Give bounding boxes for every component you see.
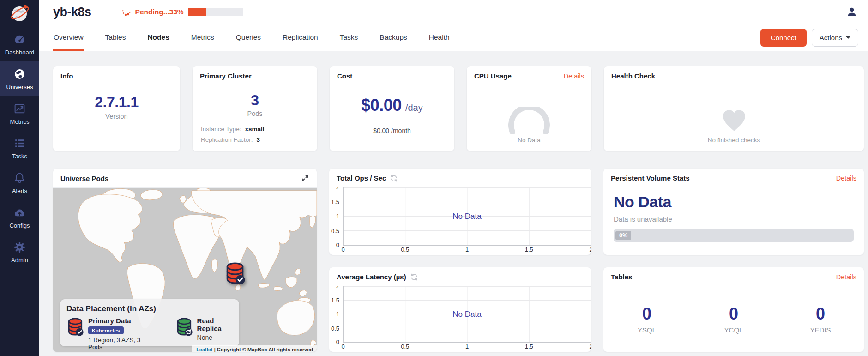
world-map[interactable]: Data Placement (In AZs)	[53, 188, 317, 352]
card-title: CPU Usage	[474, 72, 512, 80]
sidebar-item-dashboard[interactable]: Dashboard	[0, 27, 39, 61]
sidebar-item-label: Alerts	[12, 187, 27, 194]
bell-icon	[13, 172, 26, 184]
list-icon	[13, 137, 26, 150]
health-no-checks: No finished checks	[708, 137, 760, 144]
sidebar-item-label: Configs	[9, 222, 30, 229]
cpu-no-data: No Data	[518, 137, 541, 144]
gauge-arc-icon	[505, 107, 553, 134]
refresh-icon[interactable]	[410, 273, 418, 281]
read-replica-label: Read Replica	[197, 317, 233, 332]
expand-icon[interactable]	[301, 174, 309, 182]
pv-progress-bar: 0%	[614, 229, 854, 242]
database-primary-icon	[66, 317, 84, 337]
total-ops-card: Total Ops / Sec 21.510.50	[329, 169, 591, 255]
latency-no-data: No Data	[343, 286, 591, 343]
pv-unavailable-text: Data is unavailable	[614, 215, 854, 223]
overview-content: Info 2.7.1.1 Version Primary Cluster 3 P…	[39, 51, 868, 356]
tab-backups[interactable]: Backups	[379, 24, 407, 51]
sidebar-item-label: Dashboard	[5, 49, 35, 56]
cost-unit: /day	[405, 103, 423, 113]
cost-per-month: $0.00 /month	[373, 127, 411, 134]
sidebar-item-universes[interactable]: Universes	[0, 61, 39, 96]
pods-count: 3	[251, 92, 259, 109]
line-chart-icon	[13, 103, 26, 115]
ysql-count: 0 YSQL	[603, 304, 690, 334]
tab-queries[interactable]: Queries	[235, 24, 261, 51]
primary-cluster-card: Primary Cluster 3 Pods Instance Type:xsm…	[193, 66, 317, 151]
card-title: Universe Pods	[60, 175, 108, 182]
cost-card: Cost $0.00 /day $0.00 /month	[330, 66, 454, 151]
sidebar-item-label: Tasks	[12, 153, 27, 160]
tab-health[interactable]: Health	[428, 24, 450, 51]
yedis-count: 0 YEDIS	[777, 304, 864, 334]
legend-title: Data Placement (In AZs)	[66, 304, 233, 314]
tab-replication[interactable]: Replication	[282, 24, 319, 51]
cpu-details-link[interactable]: Details	[564, 72, 584, 80]
tab-metrics[interactable]: Metrics	[191, 24, 215, 51]
sidebar-item-configs[interactable]: Configs	[0, 200, 39, 235]
primary-data-summary: 1 Region, 3 AZS, 3 Pods	[88, 337, 146, 350]
ops-x-axis: 00.511.52	[343, 246, 591, 254]
latency-x-axis: 00.511.52	[343, 343, 591, 351]
sidebar-item-tasks[interactable]: Tasks	[0, 131, 39, 165]
caret-down-icon	[846, 36, 850, 39]
sidebar-item-metrics[interactable]: Metrics	[0, 96, 39, 131]
sidebar-item-label: Admin	[11, 257, 28, 264]
leaflet-link[interactable]: Leaflet	[196, 347, 212, 352]
latency-y-axis: 21.510.50	[329, 286, 341, 343]
sidebar-item-label: Universes	[6, 84, 33, 91]
status-progress-fill	[188, 8, 206, 16]
user-icon	[846, 6, 857, 18]
globe-icon	[13, 68, 26, 80]
app-logo[interactable]	[0, 0, 39, 27]
card-title: Primary Cluster	[200, 72, 252, 80]
ops-y-axis: 21.510.50	[329, 187, 341, 246]
top-bar: yb-k8s Pending...33%	[39, 0, 868, 24]
connect-button[interactable]: Connect	[760, 29, 807, 47]
app-window: Dashboard Universes Metrics	[0, 0, 868, 356]
version-label: Version	[105, 113, 127, 120]
cost-per-day: $0.00	[361, 96, 402, 115]
sidebar-item-alerts[interactable]: Alerts	[0, 165, 39, 200]
latency-chart: 21.510.50 No Data 00.511.52	[329, 286, 591, 352]
sidebar: Dashboard Universes Metrics	[0, 0, 39, 356]
pv-details-link[interactable]: Details	[836, 175, 856, 182]
pods-location-marker[interactable]	[224, 262, 246, 285]
tab-tables[interactable]: Tables	[105, 24, 127, 51]
tab-tasks[interactable]: Tasks	[339, 24, 359, 51]
data-placement-legend: Data Placement (In AZs)	[60, 299, 239, 346]
cloud-upload-icon	[13, 206, 26, 219]
tab-nodes[interactable]: Nodes	[147, 24, 169, 51]
sidebar-item-label: Metrics	[10, 118, 30, 125]
sidebar-item-admin[interactable]: Admin	[0, 235, 39, 269]
tables-details-link[interactable]: Details	[836, 273, 856, 281]
info-card: Info 2.7.1.1 Version	[53, 66, 180, 151]
primary-data-legend: Primary Data Kubernetes 1 Region, 3 AZS,…	[66, 317, 146, 350]
kubernetes-badge: Kubernetes	[88, 326, 124, 334]
universe-tabbar: Overview Tables Nodes Metrics Queries Re…	[39, 24, 868, 51]
pods-label: Pods	[247, 110, 262, 117]
replication-factor-row: Replication Factor:3	[201, 136, 317, 143]
actions-dropdown-button[interactable]: Actions	[812, 29, 858, 47]
refresh-icon[interactable]	[390, 175, 398, 182]
user-menu[interactable]	[835, 0, 868, 24]
universe-name: yb-k8s	[53, 5, 91, 19]
card-title: Tables	[611, 273, 632, 281]
universe-pods-card: Universe Pods	[53, 169, 317, 352]
tables-card: Tables Details 0 YSQL 0 YCQL	[603, 267, 864, 352]
primary-data-label: Primary Data	[88, 317, 146, 325]
ycql-count: 0 YCQL	[690, 304, 777, 334]
cpu-usage-card: CPU Usage Details No Data	[467, 66, 591, 151]
rocket-planet-logo-icon	[9, 3, 30, 24]
card-title: Cost	[337, 72, 352, 80]
version-value: 2.7.1.1	[95, 94, 138, 111]
map-attribution: Leaflet | Copyright © MapBox All rights …	[192, 345, 317, 352]
tab-overview[interactable]: Overview	[53, 24, 84, 51]
status-progress-bar	[188, 8, 243, 16]
ops-chart: 21.510.50 No Data 00.511.52	[329, 187, 591, 255]
copyright-text: Copyright © MapBox All rights reserved	[217, 347, 313, 352]
status-text: Pending...33%	[135, 8, 184, 16]
avg-latency-card: Average Latency (µs) 21.510.50	[329, 267, 591, 352]
instance-type-row: Instance Type:xsmall	[201, 126, 317, 133]
